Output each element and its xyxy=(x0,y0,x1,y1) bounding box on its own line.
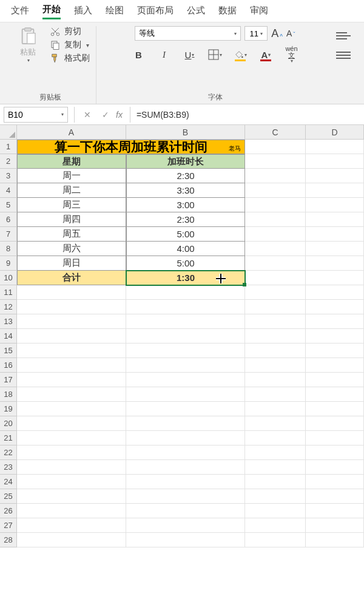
tab-插入[interactable]: 插入 xyxy=(74,5,92,19)
cell[interactable] xyxy=(306,431,364,445)
font-size-select[interactable]: 11 ▾ xyxy=(244,26,268,41)
cell[interactable] xyxy=(306,460,364,475)
cell[interactable] xyxy=(126,504,245,518)
cell[interactable] xyxy=(17,475,126,489)
cell[interactable] xyxy=(245,271,306,285)
align-center-button[interactable] xyxy=(336,29,353,43)
cell[interactable] xyxy=(306,445,364,460)
cell[interactable] xyxy=(245,285,306,300)
cell-day[interactable]: 周四 xyxy=(17,212,126,227)
cell-duration[interactable]: 4:00 xyxy=(126,242,245,256)
cell[interactable] xyxy=(245,387,306,402)
cell[interactable] xyxy=(245,373,306,387)
italic-button[interactable]: I xyxy=(156,47,173,63)
row-header-13[interactable]: 13 xyxy=(0,314,17,329)
cell[interactable] xyxy=(306,140,364,154)
cell[interactable] xyxy=(306,227,364,242)
cancel-formula-icon[interactable]: ✕ xyxy=(82,110,93,120)
cell[interactable] xyxy=(17,387,126,402)
row-header-1[interactable]: 1 xyxy=(0,140,17,154)
cell[interactable] xyxy=(306,271,364,285)
cell[interactable] xyxy=(306,387,364,402)
cell[interactable] xyxy=(126,358,245,373)
cell[interactable] xyxy=(245,300,306,314)
cell[interactable] xyxy=(306,169,364,183)
cell[interactable] xyxy=(245,314,306,329)
cell[interactable] xyxy=(245,242,306,256)
cell[interactable] xyxy=(126,416,245,431)
row-header-11[interactable]: 11 xyxy=(0,285,17,300)
cell[interactable] xyxy=(306,344,364,358)
col-header-D[interactable]: D xyxy=(306,125,364,139)
cell[interactable] xyxy=(306,183,364,198)
paste-button[interactable]: 粘贴 ▾ xyxy=(11,26,45,64)
fill-color-button[interactable]: ▾ xyxy=(232,47,249,63)
cell[interactable] xyxy=(245,402,306,416)
cell[interactable] xyxy=(306,285,364,300)
cell-day[interactable]: 周三 xyxy=(17,198,126,212)
row-header-21[interactable]: 21 xyxy=(0,431,17,445)
cell[interactable] xyxy=(126,533,245,547)
cell-duration[interactable]: 3:30 xyxy=(126,183,245,198)
font-name-select[interactable]: 等线 ▾ xyxy=(135,26,241,41)
cell[interactable] xyxy=(306,475,364,489)
cell[interactable] xyxy=(306,329,364,344)
row-header-18[interactable]: 18 xyxy=(0,387,17,402)
font-color-button[interactable]: A▾ xyxy=(258,47,275,63)
cell[interactable] xyxy=(245,475,306,489)
cell[interactable] xyxy=(245,533,306,547)
row-header-22[interactable]: 22 xyxy=(0,445,17,460)
cell[interactable] xyxy=(126,460,245,475)
row-header-10[interactable]: 10 xyxy=(0,271,17,285)
tab-绘图[interactable]: 绘图 xyxy=(106,5,124,19)
row-header-9[interactable]: 9 xyxy=(0,256,17,271)
bold-button[interactable]: B xyxy=(130,47,147,63)
row-header-26[interactable]: 26 xyxy=(0,504,17,518)
col-header-B[interactable]: B xyxy=(126,125,245,139)
row-header-20[interactable]: 20 xyxy=(0,416,17,431)
cell[interactable] xyxy=(245,358,306,373)
row-header-17[interactable]: 17 xyxy=(0,373,17,387)
cell[interactable] xyxy=(245,489,306,504)
tab-页面布局[interactable]: 页面布局 xyxy=(137,5,174,19)
cell[interactable] xyxy=(126,373,245,387)
cell[interactable] xyxy=(17,358,126,373)
cell[interactable] xyxy=(306,198,364,212)
cell[interactable] xyxy=(17,518,126,533)
cell-day[interactable]: 周一 xyxy=(17,169,126,183)
cell-day[interactable]: 周六 xyxy=(17,242,126,256)
cell[interactable] xyxy=(126,489,245,504)
underline-button[interactable]: U▾ xyxy=(181,47,198,63)
cell[interactable] xyxy=(17,285,126,300)
row-header-23[interactable]: 23 xyxy=(0,460,17,475)
cell[interactable] xyxy=(306,256,364,271)
row-header-25[interactable]: 25 xyxy=(0,489,17,504)
row-header-19[interactable]: 19 xyxy=(0,402,17,416)
cell[interactable] xyxy=(17,460,126,475)
cell[interactable] xyxy=(17,416,126,431)
copy-button[interactable]: 复制 ▾ xyxy=(50,39,90,50)
cell-day[interactable]: 周日 xyxy=(17,256,126,271)
row-header-7[interactable]: 7 xyxy=(0,227,17,242)
cell[interactable] xyxy=(306,358,364,373)
cell[interactable] xyxy=(245,344,306,358)
tab-开始[interactable]: 开始 xyxy=(42,4,61,19)
cell[interactable] xyxy=(245,169,306,183)
cell[interactable] xyxy=(306,314,364,329)
cell[interactable] xyxy=(17,533,126,547)
decrease-font-button[interactable]: Aˇ xyxy=(286,29,295,38)
cell[interactable] xyxy=(17,431,126,445)
cell[interactable] xyxy=(17,314,126,329)
cell[interactable] xyxy=(245,431,306,445)
cell[interactable] xyxy=(245,227,306,242)
row-header-12[interactable]: 12 xyxy=(0,300,17,314)
align-justify-button[interactable] xyxy=(336,48,353,63)
row-header-28[interactable]: 28 xyxy=(0,533,17,547)
tab-文件[interactable]: 文件 xyxy=(11,5,29,19)
cell[interactable] xyxy=(306,533,364,547)
increase-font-button[interactable]: A^ xyxy=(271,27,283,40)
tab-公式[interactable]: 公式 xyxy=(187,5,205,19)
cell[interactable] xyxy=(126,300,245,314)
row-header-3[interactable]: 3 xyxy=(0,169,17,183)
cell[interactable] xyxy=(306,300,364,314)
